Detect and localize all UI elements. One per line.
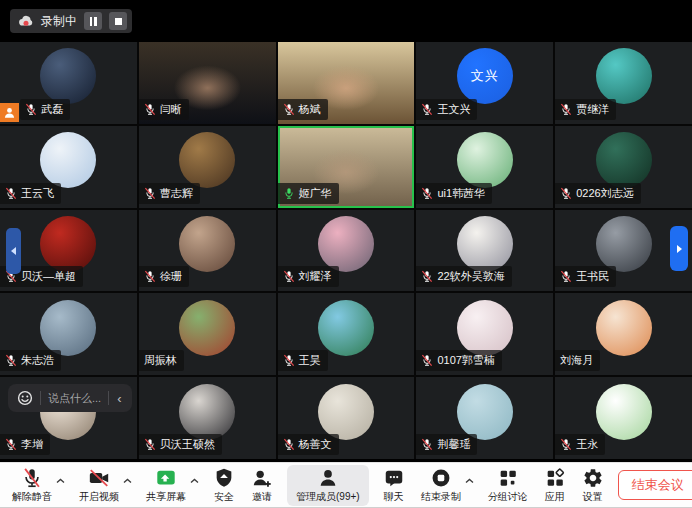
- participant-tile[interactable]: 徐珊: [139, 210, 276, 292]
- toolbar-chat[interactable]: 聊天: [381, 465, 407, 506]
- participant-name-pill: 荆馨瑶: [416, 434, 477, 455]
- participant-name-pill: 杨斌: [278, 99, 328, 120]
- toolbar-members[interactable]: 管理成员(99+): [287, 465, 369, 506]
- participant-name: 贾继洋: [576, 102, 609, 117]
- mic-off-icon: [21, 467, 43, 489]
- toolbar-label: 结束录制: [421, 490, 461, 504]
- mic-muted-icon: [421, 438, 433, 451]
- toolbar-shield[interactable]: 安全: [211, 465, 237, 506]
- participant-name-pill: 0107郭雪楠: [416, 350, 501, 371]
- participant-tile[interactable]: 曹志辉: [139, 126, 276, 208]
- participant-name: 22软外吴敦海: [437, 269, 504, 284]
- participant-tile[interactable]: 刘海月: [555, 293, 692, 375]
- participant-tile[interactable]: 姬广华: [278, 126, 415, 208]
- avatar: [318, 384, 374, 440]
- participant-name-pill: 杨善文: [278, 434, 339, 455]
- stop-recording-button[interactable]: [109, 12, 127, 30]
- chevron-up-icon: [123, 478, 132, 484]
- toolbar-camera-off[interactable]: 开启视频: [77, 465, 121, 506]
- participant-name: 杨斌: [299, 102, 321, 117]
- emoji-icon[interactable]: [17, 390, 33, 406]
- participant-tile[interactable]: 文兴 王文兴: [416, 42, 553, 124]
- toolbar-record-stop[interactable]: 结束录制: [419, 465, 463, 506]
- mic-muted-icon: [421, 103, 433, 116]
- toolbar-label: 应用: [545, 490, 565, 504]
- participant-tile[interactable]: 刘耀泽: [278, 210, 415, 292]
- mic-muted-icon: [5, 438, 17, 451]
- camera-off-icon: [88, 467, 110, 489]
- avatar: [457, 300, 513, 356]
- participant-name: 杨善文: [299, 437, 332, 452]
- participant-tile[interactable]: 朱志浩: [0, 293, 137, 375]
- participant-name-pill: 曹志辉: [139, 183, 200, 204]
- participant-name-pill: 闫晰: [139, 99, 189, 120]
- toolbar-breakout[interactable]: 分组讨论: [486, 465, 530, 506]
- participant-tile[interactable]: 杨善文: [278, 377, 415, 459]
- shield-icon: [213, 467, 235, 489]
- host-badge-icon: [0, 103, 19, 122]
- mic-muted-icon: [144, 270, 156, 283]
- members-icon: [317, 467, 339, 489]
- chevron-up-icon: [56, 478, 65, 484]
- participant-name: 朱志浩: [21, 353, 54, 368]
- avatar: [596, 216, 652, 272]
- mic-muted-icon: [25, 103, 37, 116]
- avatar: [457, 384, 513, 440]
- participant-name-pill: 王文兴: [416, 99, 477, 120]
- participant-tile[interactable]: 周振林: [139, 293, 276, 375]
- avatar: 文兴: [457, 48, 513, 104]
- toolbar-expand-chevron[interactable]: [465, 470, 474, 488]
- mic-muted-icon: [283, 103, 295, 116]
- chevron-left-icon: [11, 247, 16, 255]
- prev-page-button[interactable]: [6, 228, 21, 274]
- toolbar-apps[interactable]: 应用: [542, 465, 568, 506]
- participant-tile[interactable]: 荆馨瑶: [416, 377, 553, 459]
- participant-tile[interactable]: 22软外吴敦海: [416, 210, 553, 292]
- toolbar-mic-off[interactable]: 解除静音: [10, 465, 54, 506]
- top-bar: 录制中: [0, 0, 692, 42]
- mic-muted-icon: [144, 103, 156, 116]
- chat-input-placeholder[interactable]: 说点什么...: [48, 391, 101, 406]
- pause-recording-button[interactable]: [84, 12, 102, 30]
- bottom-toolbar: 解除静音开启视频共享屏幕安全邀请管理成员(99+)聊天结束录制分组讨论应用设置 …: [0, 462, 692, 508]
- mic-muted-icon: [560, 438, 572, 451]
- participant-tile[interactable]: 0226刘志远: [555, 126, 692, 208]
- settings-icon: [582, 467, 604, 489]
- participant-tile[interactable]: 王昊: [278, 293, 415, 375]
- collapse-chat-icon[interactable]: ‹: [116, 392, 122, 405]
- participant-name: 徐珊: [160, 269, 182, 284]
- toolbar-label: 聊天: [384, 490, 404, 504]
- avatar: [179, 132, 235, 188]
- participant-tile[interactable]: ui1韩茜华: [416, 126, 553, 208]
- next-page-button[interactable]: [670, 226, 688, 271]
- apps-icon: [544, 467, 566, 489]
- avatar: [40, 300, 96, 356]
- participant-tile[interactable]: 闫晰: [139, 42, 276, 124]
- chevron-up-icon: [465, 478, 474, 484]
- participant-name: 刘海月: [560, 353, 593, 368]
- participant-tile[interactable]: 0107郭雪楠: [416, 293, 553, 375]
- toolbar-expand-chevron[interactable]: [56, 470, 65, 488]
- quick-chat-bar[interactable]: 说点什么... ‹: [8, 384, 132, 412]
- participant-tile[interactable]: 贾继洋: [555, 42, 692, 124]
- participant-name-pill: 22软外吴敦海: [416, 266, 511, 287]
- mic-muted-icon: [421, 354, 433, 367]
- participant-tile[interactable]: 王云飞: [0, 126, 137, 208]
- toolbar-settings[interactable]: 设置: [580, 465, 606, 506]
- chevron-right-icon: [677, 245, 682, 253]
- avatar: [457, 132, 513, 188]
- toolbar-invite[interactable]: 邀请: [249, 465, 275, 506]
- screen-share-icon: [155, 467, 177, 489]
- divider: [40, 391, 41, 405]
- toolbar-expand-chevron[interactable]: [190, 470, 199, 488]
- avatar: [40, 48, 96, 104]
- participant-tile[interactable]: 杨斌: [278, 42, 415, 124]
- participant-tile[interactable]: 王永: [555, 377, 692, 459]
- participant-name-pill: 刘耀泽: [278, 266, 339, 287]
- participant-tile[interactable]: 武磊: [0, 42, 137, 124]
- end-meeting-button[interactable]: 结束会议: [618, 470, 692, 500]
- toolbar-expand-chevron[interactable]: [123, 470, 132, 488]
- participant-tile[interactable]: 贝沃王硕然: [139, 377, 276, 459]
- toolbar-screen-share[interactable]: 共享屏幕: [144, 465, 188, 506]
- divider: [108, 391, 109, 405]
